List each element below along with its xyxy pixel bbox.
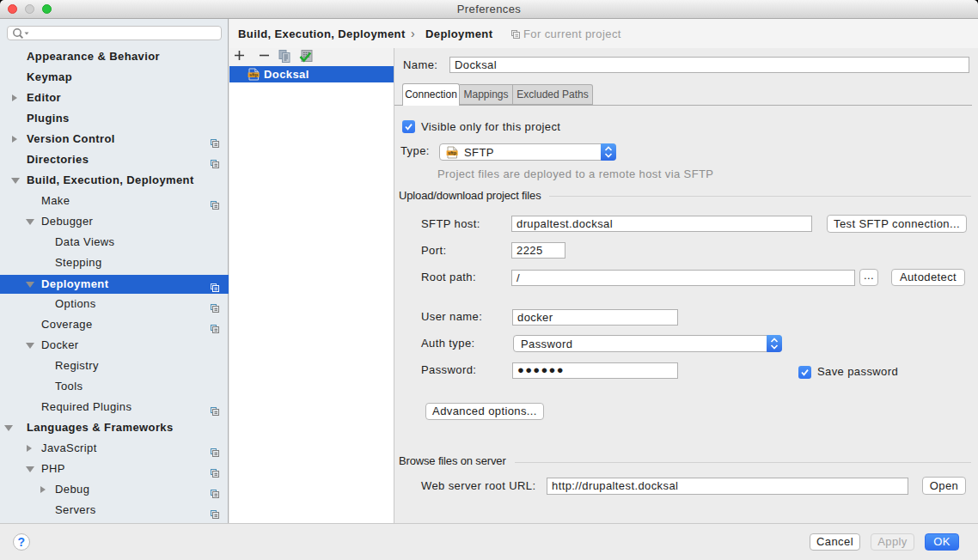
svg-text:sftp: sftp bbox=[249, 72, 259, 77]
svg-text:sftp: sftp bbox=[448, 150, 457, 155]
